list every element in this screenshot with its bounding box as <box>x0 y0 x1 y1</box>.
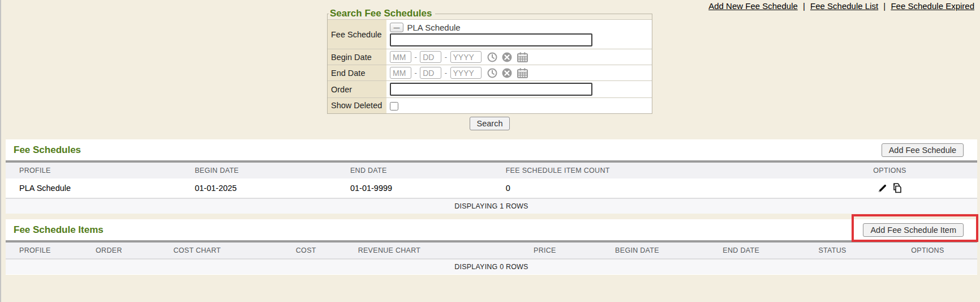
table-footer-row: DISPLAYING 0 ROWS <box>6 259 977 274</box>
search-panel-title: Search Fee Schedules <box>329 8 435 19</box>
copy-icon[interactable] <box>891 183 902 193</box>
table-header-row: PROFILE ORDER COST CHART COST REVENUE CH… <box>6 243 977 259</box>
col-end-date: END DATE <box>695 243 786 259</box>
fee-schedule-expired-link[interactable]: Fee Schedule Expired <box>891 1 974 11</box>
end-date-month-input[interactable] <box>390 67 411 79</box>
col-profile: PROFILE <box>6 163 190 178</box>
show-deleted-checkbox[interactable] <box>390 102 398 110</box>
col-begin-date: BEGIN DATE <box>579 243 695 259</box>
search-fee-schedules-panel: Search Fee Schedules Fee Schedule — PLA … <box>327 8 652 130</box>
top-nav: Add New Fee Schedule | Fee Schedule List… <box>708 1 974 11</box>
add-fee-schedule-item-button[interactable]: Add Fee Schedule Item <box>863 223 964 237</box>
end-date-label: End Date <box>328 65 386 81</box>
order-input[interactable] <box>390 83 592 96</box>
fee-schedule-list-link[interactable]: Fee Schedule List <box>810 1 878 11</box>
col-options: OPTIONS <box>802 163 977 178</box>
table-footer-row: DISPLAYING 1 ROWS <box>6 198 977 214</box>
show-deleted-row: Show Deleted <box>328 98 652 113</box>
end-date-day-input[interactable] <box>420 67 441 79</box>
fee-schedule-items-table: PROFILE ORDER COST CHART COST REVENUE CH… <box>6 243 977 274</box>
fee-schedule-row: Fee Schedule — PLA Schedule <box>328 20 652 49</box>
clock-icon[interactable] <box>487 52 497 62</box>
search-button[interactable]: Search <box>470 117 510 130</box>
date-dash: - <box>445 53 447 61</box>
fee-schedule-items-section: Fee Schedule Items Add Fee Schedule Item… <box>6 219 977 275</box>
col-price: PRICE <box>511 243 579 259</box>
col-status: STATUS <box>786 243 878 259</box>
edit-pencil-icon[interactable] <box>878 184 887 193</box>
row-count-status: DISPLAYING 1 ROWS <box>6 198 977 214</box>
order-label: Order <box>328 81 386 98</box>
begin-date-row: Begin Date - - <box>328 49 652 65</box>
add-fee-schedule-button[interactable]: Add Fee Schedule <box>882 143 964 157</box>
calendar-icon[interactable] <box>517 68 528 78</box>
link-separator: | <box>883 1 886 11</box>
row-count-status: DISPLAYING 0 ROWS <box>6 259 977 274</box>
fee-schedule-items-title: Fee Schedule Items <box>14 224 104 236</box>
fee-schedules-section: Fee Schedules Add Fee Schedule PROFILE B… <box>6 139 977 207</box>
col-begin-date: BEGIN DATE <box>190 163 346 178</box>
col-profile: PROFILE <box>6 243 91 259</box>
end-date-year-input[interactable] <box>450 67 482 79</box>
left-edge-divider <box>0 0 1 302</box>
col-end-date: END DATE <box>346 163 501 178</box>
fee-schedule-row-pla: PLA Schedule 01-01-2025 01-01-9999 0 <box>6 178 977 198</box>
tree-item-pla-schedule[interactable]: PLA Schedule <box>407 23 460 32</box>
begin-date-day-input[interactable] <box>420 51 441 63</box>
begin-date-month-input[interactable] <box>390 51 411 63</box>
link-separator: | <box>803 1 805 11</box>
clear-icon[interactable] <box>502 52 512 62</box>
col-order: ORDER <box>91 243 169 259</box>
order-row: Order <box>328 81 652 98</box>
col-revenue-chart: REVENUE CHART <box>354 243 511 259</box>
begin-date-year-input[interactable] <box>450 51 482 63</box>
cell-begin-date: 01-01-2025 <box>190 178 346 198</box>
date-dash: - <box>414 53 416 61</box>
fee-schedule-input[interactable] <box>390 33 592 46</box>
date-dash: - <box>445 69 447 77</box>
date-dash: - <box>414 69 416 77</box>
col-cost-chart: COST CHART <box>169 243 291 259</box>
show-deleted-label: Show Deleted <box>328 98 386 113</box>
col-item-count: FEE SCHEDULE ITEM COUNT <box>501 163 802 178</box>
cell-item-count: 0 <box>501 178 802 198</box>
cell-end-date: 01-01-9999 <box>346 178 501 198</box>
begin-date-label: Begin Date <box>328 49 386 65</box>
fee-schedule-label: Fee Schedule <box>328 20 386 49</box>
fee-schedules-title: Fee Schedules <box>14 144 81 156</box>
calendar-icon[interactable] <box>517 52 528 62</box>
cell-profile: PLA Schedule <box>6 178 190 198</box>
fee-schedules-table: PROFILE BEGIN DATE END DATE FEE SCHEDULE… <box>6 163 977 214</box>
fee-schedule-page: { "top_nav": { "separator": "|", "links"… <box>0 0 980 302</box>
cell-options <box>802 178 977 198</box>
tree-collapse-toggle[interactable]: — <box>390 23 403 32</box>
clock-icon[interactable] <box>487 68 497 78</box>
table-header-row: PROFILE BEGIN DATE END DATE FEE SCHEDULE… <box>6 163 977 178</box>
add-new-fee-schedule-link[interactable]: Add New Fee Schedule <box>708 1 798 11</box>
col-cost: COST <box>291 243 354 259</box>
end-date-row: End Date - - <box>328 65 652 81</box>
col-options: OPTIONS <box>878 243 977 259</box>
clear-icon[interactable] <box>502 68 512 78</box>
